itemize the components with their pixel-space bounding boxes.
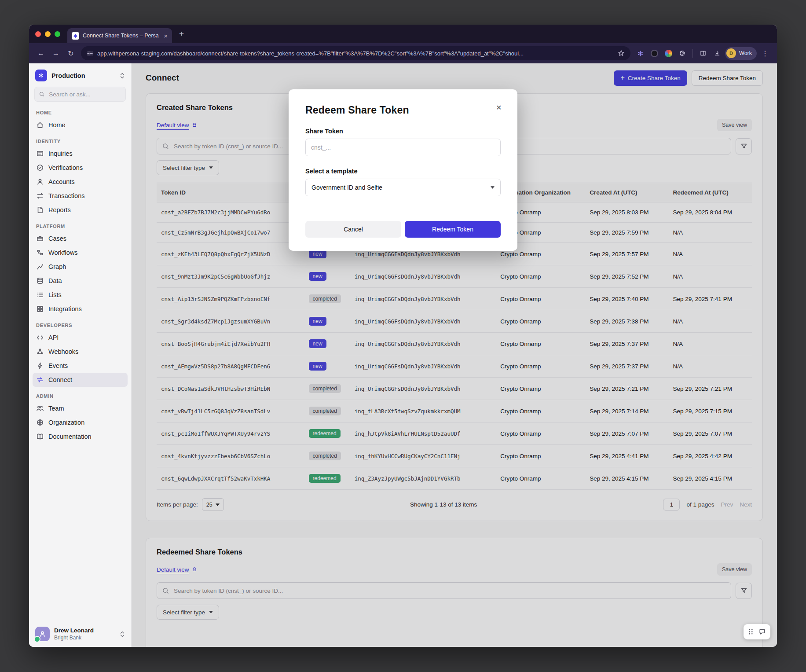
sidebar-item-label: Integrations	[48, 305, 82, 312]
modal-close-icon[interactable]: ×	[495, 101, 503, 114]
webhooks-icon	[36, 348, 44, 356]
sidebar-item-label: Documentation	[48, 433, 92, 440]
template-select[interactable]: Government ID and Selfie	[305, 179, 501, 196]
drag-handle-icon[interactable]	[748, 628, 754, 635]
home-icon	[36, 121, 44, 129]
profile-label: Work	[739, 50, 752, 56]
sidebar-item-api[interactable]: API	[33, 330, 128, 345]
sidebar-item-label: Team	[48, 405, 64, 412]
persona-extension-icon[interactable]	[634, 47, 646, 59]
accounts-icon	[36, 178, 44, 186]
sidebar-item-label: Organization	[48, 419, 84, 426]
url-text: app.withpersona-staging.com/dashboard/co…	[97, 50, 614, 57]
browser-tab-bar: Connect Share Tokens – Persa × +	[29, 25, 777, 43]
downloads-icon[interactable]	[711, 47, 723, 59]
sidebar-section-home: HOME	[33, 103, 128, 118]
sidebar-item-label: Verifications	[48, 164, 83, 171]
org-name: Production	[51, 72, 115, 79]
org-switcher[interactable]: Production	[29, 63, 131, 86]
new-tab-button[interactable]: +	[176, 29, 187, 39]
tab-close-icon[interactable]: ×	[164, 32, 168, 40]
sidebar-item-home[interactable]: Home	[33, 118, 128, 132]
organization-icon	[36, 419, 44, 426]
sidebar-item-organization[interactable]: Organization	[33, 415, 128, 430]
modal-title: Redeem Share Token	[305, 104, 501, 116]
search-icon	[39, 91, 44, 97]
chevron-updown-icon	[120, 72, 125, 79]
sidebar-item-workflows[interactable]: Workflows	[33, 246, 128, 260]
connect-icon	[36, 376, 44, 384]
redeem-token-button[interactable]: Redeem Token	[405, 221, 501, 238]
sidebar-item-reports[interactable]: Reports	[33, 203, 128, 217]
sidebar-item-team[interactable]: Team	[33, 401, 128, 415]
help-widget[interactable]	[744, 624, 770, 639]
address-bar[interactable]: app.withpersona-staging.com/dashboard/co…	[81, 46, 630, 60]
sidebar-item-label: Graph	[48, 263, 66, 270]
documentation-icon	[36, 433, 44, 441]
user-menu[interactable]: Drew Leonard Bright Bank	[29, 621, 131, 647]
minimize-window-button[interactable]	[45, 31, 51, 37]
sidebar-item-integrations[interactable]: Integrations	[33, 302, 128, 316]
sidebar-item-label: API	[48, 334, 59, 341]
user-org: Bright Bank	[54, 635, 115, 641]
sidebar-search[interactable]	[34, 87, 126, 102]
sidebar: Production HOMEHomeIDENTITYInquiriesVeri…	[29, 63, 132, 647]
sidebar-item-webhooks[interactable]: Webhooks	[33, 345, 128, 359]
sidebar-item-transactions[interactable]: Transactions	[33, 189, 128, 203]
reports-icon	[36, 206, 44, 214]
browser-profile-chip[interactable]: D Work	[725, 47, 757, 60]
sidebar-item-label: Transactions	[48, 192, 84, 199]
cases-icon	[36, 235, 44, 242]
sidebar-item-label: Workflows	[48, 249, 78, 256]
sidebar-item-events[interactable]: Events	[33, 359, 128, 373]
back-button[interactable]: ←	[34, 47, 48, 60]
close-window-button[interactable]	[35, 31, 41, 37]
user-name: Drew Leonard	[54, 627, 115, 634]
bookmark-star-icon[interactable]	[618, 50, 625, 57]
profile-avatar: D	[726, 48, 736, 58]
cancel-button[interactable]: Cancel	[305, 221, 401, 238]
data-icon	[36, 277, 44, 285]
sidebar-item-label: Home	[48, 121, 66, 129]
sidebar-item-label: Inquiries	[48, 150, 73, 157]
sidebar-item-cases[interactable]: Cases	[33, 231, 128, 246]
chevron-updown-icon	[120, 631, 125, 638]
graph-icon	[36, 263, 44, 271]
desktop-background: Connect Share Tokens – Persa × + ← → ↻ a…	[0, 0, 806, 672]
sidebar-nav: HOMEHomeIDENTITYInquiriesVerificationsAc…	[29, 103, 131, 647]
browser-menu-icon[interactable]: ⋮	[758, 47, 772, 60]
extension-dark-icon[interactable]	[648, 47, 660, 59]
sidebar-item-connect[interactable]: Connect	[33, 373, 128, 387]
sidebar-item-graph[interactable]: Graph	[33, 260, 128, 274]
sidebar-item-verifications[interactable]: Verifications	[33, 161, 128, 175]
caret-down-icon	[491, 186, 495, 189]
sidebar-item-label: Connect	[48, 376, 72, 383]
browser-tab[interactable]: Connect Share Tokens – Persa ×	[67, 28, 172, 43]
tab-title: Connect Share Tokens – Persa	[83, 33, 160, 39]
chat-bubble-icon[interactable]	[758, 628, 766, 635]
sidebar-item-lists[interactable]: Lists	[33, 288, 128, 302]
online-status-dot	[34, 636, 40, 643]
sidebar-item-label: Webhooks	[48, 348, 78, 355]
sidebar-item-data[interactable]: Data	[33, 274, 128, 288]
extensions-puzzle-icon[interactable]	[676, 47, 689, 59]
sidebar-item-accounts[interactable]: Accounts	[33, 175, 128, 189]
sidebar-section-developers: DEVELOPERS	[33, 316, 128, 330]
extension-color-icon[interactable]	[662, 47, 674, 59]
integrations-icon	[36, 305, 44, 313]
side-panel-icon[interactable]	[697, 47, 709, 59]
workflows-icon	[36, 249, 44, 257]
sidebar-item-label: Cases	[48, 235, 66, 242]
user-avatar	[35, 627, 50, 641]
share-token-input[interactable]	[305, 139, 501, 156]
sidebar-search-input[interactable]	[48, 91, 121, 98]
browser-toolbar: ← → ↻ app.withpersona-staging.com/dashbo…	[29, 43, 777, 63]
site-info-icon[interactable]	[87, 50, 93, 57]
sidebar-item-label: Lists	[48, 291, 62, 298]
sidebar-item-documentation[interactable]: Documentation	[33, 430, 128, 444]
reload-button[interactable]: ↻	[64, 47, 77, 60]
sidebar-item-inquiries[interactable]: Inquiries	[33, 147, 128, 161]
maximize-window-button[interactable]	[55, 31, 60, 37]
sidebar-section-admin: ADMIN	[33, 387, 128, 401]
forward-button[interactable]: →	[49, 47, 62, 60]
